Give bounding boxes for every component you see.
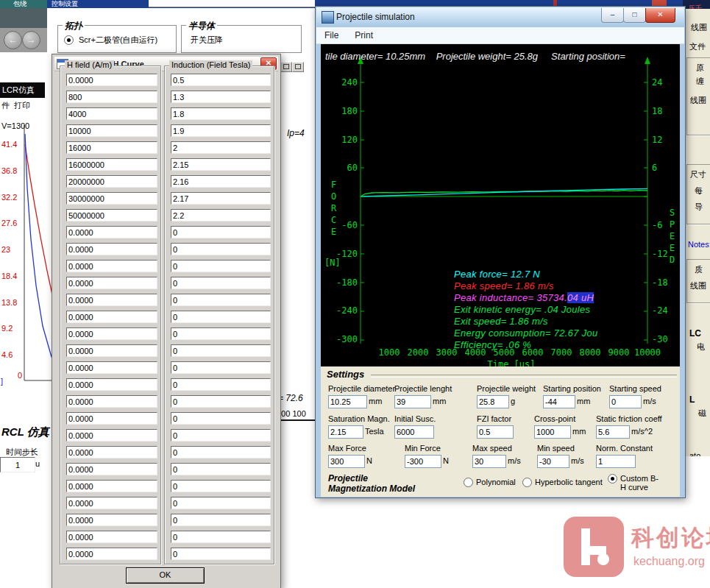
radio-custom-b-h-curve[interactable]: Custom B-H curve bbox=[608, 474, 664, 492]
settings-input-norm-constant[interactable] bbox=[596, 455, 636, 468]
h-field-input-0[interactable] bbox=[66, 74, 157, 86]
settings-input-projectile-lenght[interactable] bbox=[394, 395, 431, 408]
nav-back-button[interactable]: ← bbox=[4, 31, 22, 49]
induction-input-25[interactable] bbox=[171, 497, 271, 509]
h-field-input-28[interactable] bbox=[66, 548, 157, 560]
induction-input-12[interactable] bbox=[171, 277, 271, 289]
h-field-input-25[interactable] bbox=[66, 497, 157, 509]
right-menu-coil[interactable]: 线圈 bbox=[691, 22, 707, 33]
menu-file[interactable]: File bbox=[316, 30, 347, 40]
h-field-input-15[interactable] bbox=[66, 327, 157, 340]
settings-input-min-speed[interactable] bbox=[537, 455, 569, 468]
settings-input-cross-point[interactable] bbox=[534, 425, 571, 439]
bg-window-button-2[interactable] bbox=[292, 62, 304, 72]
induction-input-4[interactable] bbox=[171, 141, 271, 154]
h-field-input-26[interactable] bbox=[66, 514, 157, 526]
induction-input-20[interactable] bbox=[171, 412, 271, 425]
right-box2-item: 尺寸 bbox=[690, 169, 706, 180]
h-field-input-20[interactable] bbox=[66, 412, 157, 425]
induction-input-0[interactable] bbox=[171, 74, 271, 86]
menu-print[interactable]: Print bbox=[347, 30, 381, 40]
bg-window-title: 控制设置 bbox=[52, 0, 78, 8]
induction-input-24[interactable] bbox=[171, 480, 271, 492]
settings-input-min-force[interactable] bbox=[405, 455, 441, 468]
induction-input-8[interactable] bbox=[171, 209, 271, 222]
settings-input-max-speed[interactable] bbox=[472, 455, 506, 468]
induction-input-1[interactable] bbox=[171, 91, 271, 103]
radio-circle[interactable] bbox=[464, 478, 473, 487]
h-field-input-24[interactable] bbox=[66, 480, 157, 492]
induction-input-13[interactable] bbox=[171, 294, 271, 306]
h-field-input-8[interactable] bbox=[66, 209, 157, 222]
induction-input-10[interactable] bbox=[171, 243, 271, 255]
h-field-input-21[interactable] bbox=[66, 429, 157, 442]
induction-input-3[interactable] bbox=[171, 124, 271, 137]
induction-input-21[interactable] bbox=[171, 429, 271, 442]
h-field-input-10[interactable] bbox=[66, 243, 157, 255]
induction-input-28[interactable] bbox=[171, 548, 271, 560]
induction-input-9[interactable] bbox=[171, 226, 271, 238]
induction-input-7[interactable] bbox=[171, 192, 271, 205]
watermark-title: 科创论坛 bbox=[631, 523, 710, 553]
h-field-input-9[interactable] bbox=[66, 226, 157, 238]
h-field-input-1[interactable] bbox=[66, 91, 157, 103]
settings-input-projectile-weight[interactable] bbox=[477, 395, 509, 408]
induction-input-11[interactable] bbox=[171, 260, 271, 272]
settings-input-projectile-diameter[interactable] bbox=[328, 395, 367, 408]
h-field-input-6[interactable] bbox=[66, 175, 157, 188]
settings-input-static-friction-coeff[interactable] bbox=[596, 425, 630, 439]
h-field-input-2[interactable] bbox=[66, 107, 157, 120]
induction-input-22[interactable] bbox=[171, 446, 271, 458]
settings-field-label: Min speed bbox=[537, 444, 575, 453]
close-button[interactable]: ✕ bbox=[645, 8, 675, 23]
settings-input-starting-position[interactable] bbox=[543, 395, 575, 408]
h-field-input-23[interactable] bbox=[66, 463, 157, 475]
settings-input-starting-speed[interactable] bbox=[609, 395, 642, 408]
settings-field-unit: Tesla bbox=[365, 427, 384, 436]
radio-circle[interactable] bbox=[608, 474, 617, 483]
h-field-input-11[interactable] bbox=[66, 260, 157, 272]
settings-input-fzi-factor[interactable] bbox=[477, 425, 514, 439]
induction-input-19[interactable] bbox=[171, 395, 271, 408]
minimize-button[interactable]: – bbox=[601, 8, 624, 23]
topology-radio[interactable] bbox=[64, 35, 74, 45]
h-field-input-4[interactable] bbox=[66, 141, 157, 154]
taskbar-input-fragment[interactable] bbox=[149, 0, 315, 7]
h-field-input-22[interactable] bbox=[66, 446, 157, 458]
settings-field-label: Cross-point bbox=[534, 414, 575, 423]
induction-input-5[interactable] bbox=[171, 158, 271, 171]
induction-input-15[interactable] bbox=[171, 327, 271, 340]
h-field-input-13[interactable] bbox=[66, 294, 157, 306]
ok-button[interactable]: OK bbox=[126, 567, 205, 584]
induction-input-27[interactable] bbox=[171, 531, 271, 543]
right-menu-file[interactable]: 文件 bbox=[689, 41, 706, 52]
maximize-button[interactable]: □ bbox=[623, 8, 646, 23]
h-field-input-17[interactable] bbox=[66, 361, 157, 374]
nav-forward-button[interactable]: → bbox=[22, 31, 40, 49]
h-field-input-14[interactable] bbox=[66, 311, 157, 323]
h-field-input-5[interactable] bbox=[66, 158, 157, 171]
h-field-input-7[interactable] bbox=[66, 192, 157, 205]
induction-input-14[interactable] bbox=[171, 311, 271, 323]
settings-input-max-force[interactable] bbox=[328, 455, 365, 468]
lcr-tab[interactable]: LCR仿真 bbox=[0, 82, 45, 98]
h-field-input-19[interactable] bbox=[66, 395, 157, 408]
settings-field-label: Projectile diameter bbox=[328, 384, 395, 393]
induction-input-26[interactable] bbox=[171, 514, 271, 526]
h-field-input-18[interactable] bbox=[66, 378, 157, 391]
bg-window-button-1[interactable] bbox=[280, 62, 292, 72]
h-field-input-16[interactable] bbox=[66, 344, 157, 357]
h-field-input-27[interactable] bbox=[66, 531, 157, 543]
radio-circle[interactable] bbox=[522, 478, 532, 487]
h-field-input-12[interactable] bbox=[66, 277, 157, 289]
settings-input-saturation-magn-[interactable] bbox=[328, 425, 363, 439]
induction-input-23[interactable] bbox=[171, 463, 271, 475]
induction-input-17[interactable] bbox=[171, 361, 271, 374]
induction-input-2[interactable] bbox=[171, 107, 271, 120]
settings-input-initial-susc-[interactable] bbox=[394, 425, 434, 439]
induction-input-6[interactable] bbox=[171, 175, 271, 188]
timestep-input[interactable] bbox=[0, 457, 35, 472]
induction-input-16[interactable] bbox=[171, 344, 271, 357]
induction-input-18[interactable] bbox=[171, 378, 271, 391]
h-field-input-3[interactable] bbox=[66, 124, 157, 137]
